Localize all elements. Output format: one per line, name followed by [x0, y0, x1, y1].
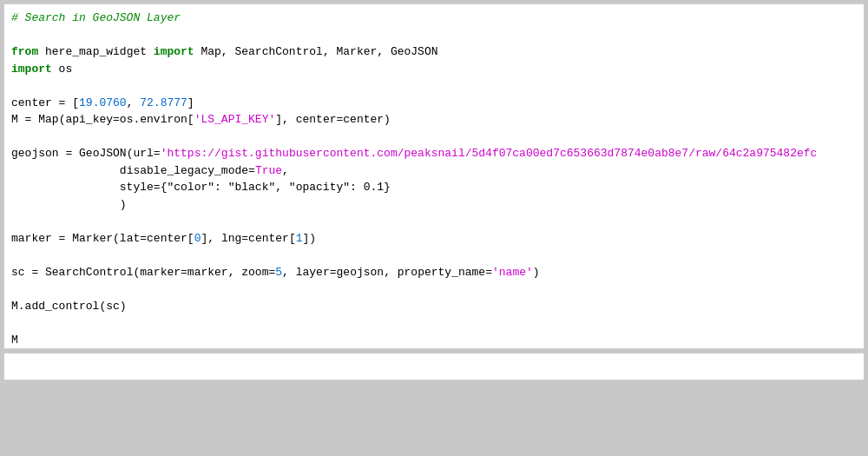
keyword-import2: import: [11, 63, 52, 76]
empty-area: [3, 384, 865, 453]
code-content: # Search in GeoJSON Layer from here_map_…: [11, 10, 857, 348]
code-cell[interactable]: # Search in GeoJSON Layer from here_map_…: [3, 3, 865, 349]
keyword-import: import: [154, 45, 194, 58]
keyword-from: from: [11, 45, 38, 58]
output-cell: [3, 353, 865, 380]
notebook-container: # Search in GeoJSON Layer from here_map_…: [0, 0, 868, 456]
comment-line: # Search in GeoJSON Layer: [11, 11, 181, 24]
